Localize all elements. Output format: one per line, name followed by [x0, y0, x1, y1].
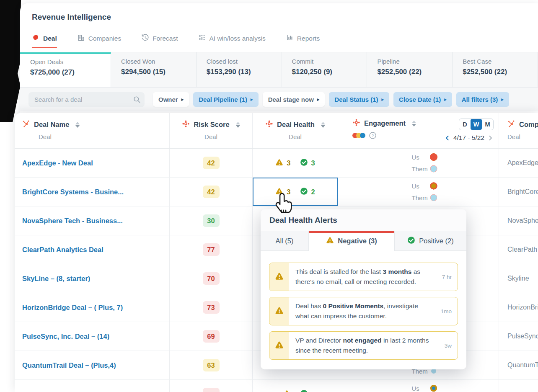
risk-score-badge: 69	[203, 330, 220, 343]
sort-icon[interactable]	[236, 122, 240, 128]
tab-reports[interactable]: Reports	[286, 34, 320, 48]
column-sub-label: Deal	[289, 133, 302, 140]
deal-health-cell[interactable]: 32	[252, 178, 338, 206]
filter-button-owner[interactable]: Owner▸	[153, 92, 189, 107]
deal-link[interactable]: HorizonBridge Deal – ( Plus, 7)	[22, 304, 123, 312]
filter-label: Owner	[158, 96, 178, 103]
search-icon	[133, 95, 141, 105]
filter-button-deal-stage-now[interactable]: Deal stage now▸	[263, 92, 325, 107]
filter-button-deal-pipeline[interactable]: Deal Pipeline (1)▸	[193, 92, 258, 107]
deal-link[interactable]: ClearPath Analytics Deal	[22, 246, 103, 254]
card-label: Closed Won	[121, 58, 196, 65]
popup-tab-all[interactable]: All (5)	[261, 231, 309, 250]
filter-label: Deal Pipeline (1)	[199, 96, 247, 103]
hubspot-icon	[22, 120, 30, 129]
column-header-risk-score[interactable]: Risk Score Deal	[169, 113, 252, 148]
risk-score-cell: 63	[169, 351, 252, 379]
caret-right-icon: ▸	[317, 97, 320, 102]
filter-button-close-date[interactable]: Close Date (1)▸	[393, 92, 452, 107]
tab-ai-win-loss[interactable]: AI win/loss analysis	[198, 34, 265, 48]
tab-companies[interactable]: Companies	[77, 34, 121, 48]
forecast-icon	[141, 34, 149, 43]
deal-health-cell[interactable]: 33	[252, 149, 338, 177]
column-header-deal-health[interactable]: Deal Health Deal	[252, 113, 338, 148]
card-label: Closed lost	[207, 58, 282, 65]
summary-card-best-case[interactable]: Best Case$252,500 (22)	[453, 52, 538, 87]
alert-timestamp: 3w	[435, 332, 458, 359]
company-cell: HorizonBridge	[499, 293, 538, 322]
sort-icon[interactable]	[321, 122, 325, 128]
risk-score-cell: 70	[169, 264, 252, 293]
legend-dot-blue	[360, 133, 365, 138]
positive-alerts	[300, 389, 308, 392]
deal-link[interactable]: PulseSync, Inc. Deal – (14)	[22, 333, 109, 340]
deal-link[interactable]: ApexEdge - New Deal	[22, 159, 93, 167]
column-header-company[interactable]: Comp Deal	[499, 113, 538, 148]
column-header-deal-name[interactable]: Deal Name Deal	[15, 113, 169, 148]
popup-tab-positive[interactable]: Positive (2)	[395, 231, 466, 250]
risk-score-cell: 42	[169, 178, 252, 206]
risk-score-badge: 70	[203, 272, 220, 285]
summary-card-closed-lost[interactable]: Closed lost$153,290 (13)	[197, 52, 282, 87]
card-label: Open Deals	[30, 58, 111, 65]
period-option-d[interactable]: D	[459, 119, 471, 130]
card-label: Pipeline	[377, 58, 452, 65]
card-value: $120,250 (9)	[292, 68, 367, 76]
risk-score-cell	[169, 380, 252, 392]
deal-link[interactable]: SkyLine – (8, starter)	[22, 275, 90, 283]
engagement-cell: UsThem	[338, 149, 499, 177]
card-value: $725,000 (27)	[30, 68, 111, 77]
filter-bar: Owner▸Deal Pipeline (1)▸Deal stage now▸D…	[20, 87, 538, 111]
tab-forecast[interactable]: Forecast	[141, 34, 178, 48]
filter-button-all-filters[interactable]: All filters (3)▸	[456, 92, 509, 107]
chevron-left-icon[interactable]	[444, 135, 450, 141]
company-cell: ApexEdge	[499, 149, 538, 177]
tab-deal[interactable]: Deal	[32, 34, 57, 48]
risk-score-badge	[203, 388, 220, 392]
search-input[interactable]	[28, 92, 145, 107]
alert-stripe	[269, 263, 289, 291]
page-edge-backdrop	[0, 0, 21, 122]
date-range-label: 4/17 - 5/22	[453, 134, 484, 142]
popup-title: Deal Health Alerts	[261, 209, 466, 231]
deal-name-cell	[15, 380, 169, 392]
filter-button-deal-status[interactable]: Deal Status (1)▸	[329, 92, 389, 107]
table-header: Deal Name Deal Risk Score Deal Deal Heal…	[15, 113, 538, 149]
period-option-m[interactable]: M	[482, 119, 493, 130]
help-icon[interactable]: ?	[369, 132, 377, 139]
card-value: $252,500 (22)	[463, 68, 538, 76]
tab-label: Forecast	[153, 35, 178, 42]
deal-link[interactable]: NovaSphere Tech - Business...	[22, 217, 123, 225]
chevron-right-icon[interactable]	[487, 135, 494, 141]
risk-score-badge: 73	[203, 301, 220, 314]
health-alert-card: Deal has 0 Positive Moments, investigate…	[269, 297, 458, 325]
tab-label: Reports	[297, 35, 320, 42]
card-value: $153,290 (13)	[207, 68, 282, 76]
negative-alerts	[283, 389, 291, 392]
popup-tab-negative[interactable]: Negative (3)	[309, 231, 395, 251]
deal-health-cell[interactable]	[252, 380, 338, 392]
risk-score-cell: 69	[169, 322, 252, 351]
engagement-dot-lblue	[430, 195, 437, 201]
summary-card-pipeline[interactable]: Pipeline$252,500 (22)	[367, 52, 453, 87]
table-row: ApexEdge - New Deal4233UsThemApexEdge	[15, 149, 538, 178]
check-circle-icon	[300, 187, 308, 197]
alert-text: This deal is stalled for the last 3 mont…	[289, 263, 435, 291]
check-circle-icon	[407, 236, 415, 246]
summary-card-open-deals[interactable]: Open Deals$725,000 (27)	[20, 52, 111, 87]
summary-card-closed-won[interactable]: Closed Won$294,500 (15)	[111, 52, 197, 87]
summary-card-commit[interactable]: Commit$120,250 (9)	[282, 52, 367, 87]
period-option-w[interactable]: W	[471, 119, 482, 130]
column-sub-label: Deal	[39, 133, 169, 140]
deal-name-cell: SkyLine – (8, starter)	[15, 264, 169, 293]
risk-score-badge: 30	[203, 214, 220, 227]
sort-icon[interactable]	[412, 121, 416, 126]
deal-link[interactable]: QuantumTrail Deal – (Plus,4)	[22, 361, 116, 369]
health-alert-card: This deal is stalled for the last 3 mont…	[269, 263, 458, 291]
check-circle-icon	[300, 158, 308, 168]
deal-link[interactable]: BrightCore Systems - Busine...	[22, 188, 124, 196]
filter-label: Deal stage now	[268, 96, 314, 103]
positive-alerts: 3	[300, 158, 315, 168]
ai-icon	[198, 34, 206, 43]
sort-icon[interactable]	[75, 122, 80, 128]
